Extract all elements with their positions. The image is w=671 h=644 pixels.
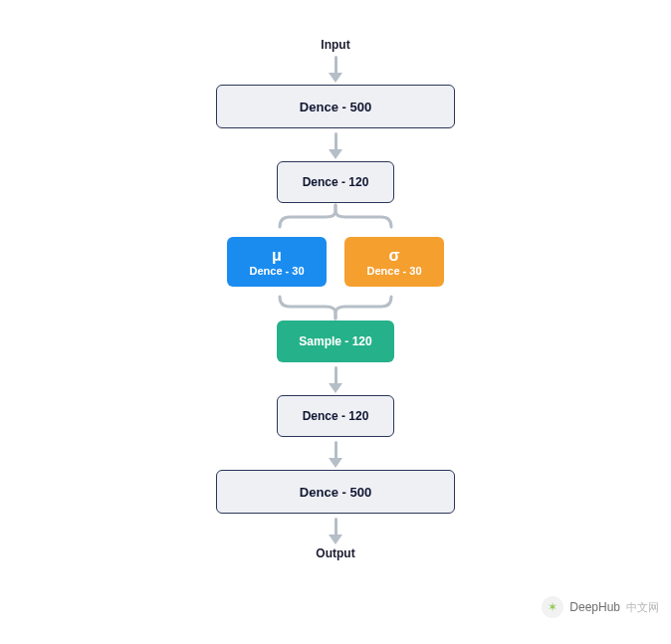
- arrow-2: [329, 132, 342, 159]
- sigma-symbol: σ: [389, 248, 400, 264]
- mu-symbol: μ: [272, 248, 282, 264]
- watermark-suffix: 中文网: [626, 600, 659, 615]
- arrow-1: [329, 56, 342, 83]
- input-label: Input: [321, 38, 349, 52]
- arrow-5: [329, 518, 342, 544]
- sigma-label: Dence - 30: [366, 264, 421, 278]
- layer-sigma: σ Dence - 30: [344, 237, 444, 287]
- latent-pair: μ Dence - 30 σ Dence - 30: [227, 237, 444, 287]
- arrow-3: [329, 366, 342, 393]
- layer-mu: μ Dence - 30: [227, 237, 327, 287]
- split-brace-icon: [226, 203, 445, 231]
- wechat-icon: ✶: [542, 596, 563, 618]
- layer-dence-500-bottom: Dence - 500: [216, 470, 455, 514]
- output-label: Output: [316, 546, 354, 560]
- merge-brace-icon: [226, 293, 445, 321]
- arrow-4: [329, 441, 342, 468]
- watermark: ✶ DeepHub 中文网: [542, 596, 659, 618]
- mu-label: Dence - 30: [249, 264, 304, 278]
- layer-dence-500-top: Dence - 500: [216, 85, 455, 128]
- layer-dence-120-top: Dence - 120: [277, 161, 394, 203]
- layer-sample: Sample - 120: [277, 321, 394, 362]
- watermark-brand: DeepHub: [569, 600, 620, 614]
- layer-dence-120-bottom: Dence - 120: [277, 395, 394, 437]
